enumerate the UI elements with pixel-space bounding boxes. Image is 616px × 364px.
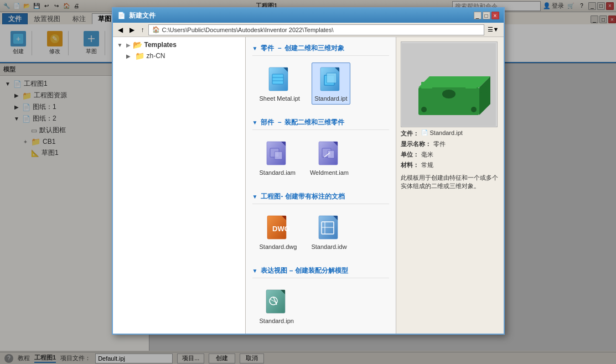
info-file-icon: 📄	[421, 129, 428, 136]
svg-point-45	[421, 107, 427, 112]
modal-overlay: 📄 新建文件 _ □ × ◀ ▶ ↑ 🏠 C:\Users\Public\Doc…	[0, 0, 616, 364]
info-file-label: 文件：	[401, 129, 419, 138]
tree-expand-icon[interactable]: ▼	[117, 42, 124, 48]
dialog-title-bar: 📄 新建文件 _ □ ×	[113, 8, 504, 23]
sheet-metal-icon-wrapper	[266, 65, 293, 94]
section-collapse-icon[interactable]: ▼	[252, 268, 258, 274]
presentation-file-grid: Standard.ipn	[252, 283, 389, 329]
dialog-content: ▼ ▶ 📂 Templates ▶ 📁 zh-CN ▼	[113, 37, 504, 334]
new-file-dialog: 📄 新建文件 _ □ × ◀ ▶ ↑ 🏠 C:\Users\Public\Doc…	[112, 7, 505, 335]
standard-ipn-icon	[265, 289, 288, 315]
dialog-maximize[interactable]: □	[483, 12, 490, 19]
file-label: Sheet Metal.ipt	[260, 95, 300, 102]
model-preview-svg	[402, 43, 496, 126]
file-tree-item-label: zh-CN	[147, 52, 165, 60]
file-label: Standard.dwg	[260, 243, 297, 250]
file-label: Standard.ipn	[260, 318, 294, 324]
back-button[interactable]: ◀	[115, 24, 126, 35]
file-tree-item[interactable]: ▶ 📁 zh-CN	[115, 50, 243, 61]
dialog-title: 📄 新建文件	[117, 11, 156, 20]
parts-file-grid: Sheet Metal.ipt	[252, 60, 389, 107]
svg-rect-47	[421, 82, 432, 89]
drawing-file-grid: DWG Standard.dwg	[252, 209, 389, 255]
file-label: Standard.ipt	[314, 95, 347, 102]
file-item-sheet-metal[interactable]: Sheet Metal.ipt	[257, 63, 303, 105]
drawing-section-label: 工程图- 创建带有标注的文档	[261, 192, 344, 201]
file-label: Standard.iam	[260, 169, 296, 176]
standard-dwg-icon-wrapper: DWG	[265, 214, 291, 242]
section-collapse-icon[interactable]: ▼	[252, 45, 258, 51]
file-item-standard-iam[interactable]: Standard.iam	[257, 137, 298, 179]
dialog-close-button[interactable]: ×	[491, 12, 499, 19]
standard-dwg-icon: DWG	[266, 215, 289, 241]
standard-idw-icon-wrapper	[316, 214, 343, 242]
view-options-button[interactable]: ☰▼	[485, 25, 501, 34]
svg-rect-17	[327, 73, 337, 83]
info-file-field: 文件： 📄 Standard.ipt	[401, 129, 499, 138]
presentation-section-label: 表达视图 – 创建装配分解模型	[261, 266, 348, 275]
path-folder-icon: 🏠	[152, 26, 160, 33]
info-unit-field: 单位： 毫米	[401, 150, 499, 159]
standard-ipn-icon-wrapper	[263, 288, 290, 316]
assembly-section-label: 部件 － 装配二维和三维零件	[261, 118, 344, 127]
svg-rect-48	[465, 82, 477, 89]
presentation-section: ▼ 表达视图 – 创建装配分解模型	[246, 259, 396, 334]
tree-arrow-icon: ▶	[126, 42, 131, 48]
info-unit-label: 单位：	[401, 150, 419, 159]
weldment-iam-icon	[318, 141, 341, 167]
dialog-title-icon: 📄	[117, 12, 126, 19]
info-panel: 文件： 📄 Standard.ipt 显示名称： 零件 单位： 毫米 材料： 常…	[396, 37, 504, 334]
dialog-minimize[interactable]: _	[474, 12, 482, 19]
up-button[interactable]: ↑	[138, 24, 147, 35]
info-material-value: 常规	[421, 161, 433, 169]
drawing-section-header: ▼ 工程图- 创建带有标注的文档	[252, 190, 389, 204]
path-text: C:\Users\Public\Documents\Autodesk\Inven…	[162, 27, 334, 33]
info-material-label: 材料：	[401, 161, 419, 169]
path-bar: 🏠 C:\Users\Public\Documents\Autodesk\Inv…	[148, 24, 484, 35]
svg-rect-11	[272, 74, 283, 84]
file-tree-item[interactable]: ▼ ▶ 📂 Templates	[115, 39, 243, 50]
tree-expand-icon[interactable]: ▶	[126, 53, 133, 59]
svg-rect-25	[328, 150, 334, 158]
assembly-section-header: ▼ 部件 － 装配二维和三维零件	[252, 116, 389, 130]
section-collapse-icon[interactable]: ▼	[252, 119, 258, 126]
info-unit-value: 毫米	[421, 150, 433, 159]
standard-iam-icon	[266, 141, 289, 167]
parts-section-label: 零件 － 创建二维和三维对象	[261, 44, 344, 53]
info-material-field: 材料： 常规	[401, 161, 499, 169]
parts-section: ▼ 零件 － 创建二维和三维对象	[246, 37, 396, 111]
standard-iam-icon-wrapper	[264, 139, 291, 168]
forward-button[interactable]: ▶	[127, 24, 137, 35]
info-file-value: Standard.ipt	[430, 129, 463, 136]
file-item-standard-ipn[interactable]: Standard.ipn	[257, 285, 297, 327]
svg-point-49	[480, 86, 487, 95]
info-display-value: 零件	[433, 140, 446, 148]
file-label: Standard.idw	[311, 243, 346, 250]
folder-open-icon: 📂	[133, 40, 142, 49]
file-item-weldment-iam[interactable]: Weldment.iam	[307, 137, 351, 179]
drawing-section: ▼ 工程图- 创建带有标注的文档 DWG	[246, 185, 396, 259]
info-display-name-field: 显示名称： 零件	[401, 140, 499, 148]
svg-text:DWG: DWG	[272, 225, 289, 233]
section-collapse-icon[interactable]: ▼	[252, 194, 258, 200]
folder-icon: 📁	[135, 51, 144, 60]
info-description: 此模板用于创建由特征和一个或多个实体组成的二维或三维对象。	[401, 174, 499, 191]
info-display-label: 显示名称：	[401, 140, 431, 148]
sheet-metal-ipt-icon	[268, 66, 291, 93]
svg-point-46	[471, 107, 477, 112]
file-item-standard-dwg[interactable]: DWG Standard.dwg	[257, 211, 300, 253]
file-item-standard-ipt[interactable]: Standard.ipt	[312, 63, 350, 105]
assembly-file-grid: Standard.iam	[252, 134, 389, 181]
file-tree-item-label: Templates	[144, 41, 177, 49]
weldment-iam-icon-wrapper	[316, 139, 343, 168]
standard-idw-icon	[318, 215, 341, 241]
file-main: ▼ 零件 － 创建二维和三维对象	[246, 37, 396, 334]
dialog-toolbar: ◀ ▶ ↑ 🏠 C:\Users\Public\Documents\Autode…	[113, 23, 504, 37]
presentation-section-header: ▼ 表达视图 – 创建装配分解模型	[252, 264, 389, 278]
parts-section-header: ▼ 零件 － 创建二维和三维对象	[252, 41, 389, 56]
svg-point-44	[442, 90, 455, 98]
assembly-section: ▼ 部件 － 装配二维和三维零件	[246, 111, 396, 185]
standard-ipt-icon	[319, 66, 343, 93]
file-item-standard-idw[interactable]: Standard.idw	[308, 211, 349, 253]
file-label: Weldment.iam	[310, 169, 349, 176]
